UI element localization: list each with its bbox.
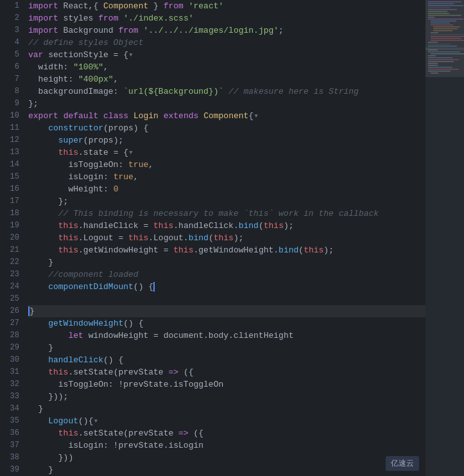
token-plain	[28, 367, 48, 377]
token-plain: ({	[189, 428, 203, 438]
token-plain	[159, 111, 164, 121]
token-kw: let	[68, 331, 83, 340]
token-plain: .Logout =	[78, 233, 128, 243]
code-line: backgroundImage: `url(${Background})` //…	[28, 85, 425, 98]
line-number: 14	[0, 159, 19, 171]
code-line: }	[28, 464, 425, 476]
line-number: 5	[0, 49, 19, 61]
svg-rect-30	[428, 59, 459, 60]
token-method: bind	[239, 221, 259, 231]
svg-rect-37	[431, 73, 438, 74]
code-line	[28, 293, 425, 305]
token-kw: extends	[164, 111, 199, 121]
token-plain: );	[284, 221, 294, 231]
code-line: isLogin: true,	[28, 171, 425, 183]
token-plain: .handleClick.	[173, 221, 238, 231]
line-number: 35	[0, 415, 19, 427]
code-line: var sectionStyle = {▾	[28, 49, 425, 61]
token-plain: styles	[58, 13, 98, 23]
token-plain: () {	[123, 319, 143, 328]
watermark: 亿速云	[386, 456, 419, 471]
code-line: width: "100%",	[28, 61, 425, 73]
line-number: 2	[0, 12, 19, 24]
code-line: // This binding is necessary to make `th…	[28, 207, 425, 220]
code-line: Logout(){▾	[28, 415, 425, 427]
svg-rect-8	[428, 17, 434, 18]
token-plain: (	[209, 233, 214, 243]
minimap-svg	[425, 0, 464, 476]
token-plain	[28, 355, 48, 365]
token-fold: ▾	[253, 111, 259, 121]
token-plain: }));	[28, 392, 68, 401]
svg-rect-32	[428, 63, 438, 64]
code-line: }	[28, 403, 425, 415]
line-number: 7	[0, 73, 19, 85]
token-kw: default	[64, 111, 99, 121]
token-fold: ▾	[93, 416, 98, 426]
line-number: 13	[0, 146, 19, 159]
token-plain: windowHeight = document.body.clientHeigh…	[83, 331, 294, 340]
code-line: }));	[28, 391, 425, 403]
token-plain: .getWindowHeight.	[193, 245, 279, 255]
token-plain: sectionStyle = {	[43, 50, 128, 60]
svg-rect-1	[428, 3, 454, 4]
code-content[interactable]: import React,{ Component } from 'react'i…	[24, 0, 425, 476]
svg-rect-5	[428, 11, 447, 12]
line-number: 29	[0, 342, 19, 354]
token-plain: .setState(prevState	[68, 367, 168, 377]
token-str: "100%"	[73, 62, 103, 72]
code-line: this.setState(prevState => ({	[28, 366, 425, 378]
token-plain	[28, 136, 58, 145]
token-plain: width:	[28, 62, 73, 72]
token-plain	[198, 111, 203, 121]
token-plain	[223, 87, 228, 96]
code-line: isToggleOn: true,	[28, 159, 425, 171]
code-line: };	[28, 195, 425, 207]
token-plain	[28, 123, 48, 133]
token-plain: isToggleOn:	[28, 160, 128, 170]
svg-rect-17	[431, 34, 464, 35]
token-this-kw: this	[58, 428, 78, 438]
token-comment: // makesure here is String	[228, 87, 359, 96]
token-plain: isToggleOn: !prevState.isToggleOn	[28, 380, 223, 389]
token-kw: import	[28, 13, 58, 23]
code-line: isToggleOn: !prevState.isToggleOn	[28, 378, 425, 391]
token-fold: ▾	[128, 50, 133, 60]
line-number: 12	[0, 134, 19, 146]
line-number: 10	[0, 110, 19, 122]
editor-container: 1234567891011121314151617181920212223242…	[0, 0, 464, 476]
text-cursor	[153, 282, 155, 292]
token-plain	[28, 331, 68, 340]
token-kw: from	[118, 26, 138, 35]
token-method: componentDidMount	[48, 282, 133, 292]
line-number: 30	[0, 354, 19, 366]
code-line: import styles from './index.scss'	[28, 12, 425, 24]
code-line: }	[28, 305, 425, 317]
token-plain	[28, 221, 58, 231]
token-plain: (props) {	[103, 123, 148, 133]
code-line: }	[28, 342, 425, 354]
code-line: }))	[28, 452, 425, 464]
code-line: };	[28, 98, 425, 110]
line-number: 1	[0, 0, 19, 12]
code-line: this.setState(prevState => ({	[28, 427, 425, 439]
code-line: this.handleClick = this.handleClick.bind…	[28, 220, 425, 232]
token-plain: ({	[178, 367, 193, 377]
token-plain: }	[28, 404, 43, 414]
token-tmpl: `url(${Background})`	[123, 87, 223, 96]
code-line: componentDidMount() {	[28, 281, 425, 293]
token-kw: import	[28, 26, 58, 35]
token-bool: true	[128, 160, 148, 170]
svg-rect-13	[433, 26, 460, 28]
token-plain: }	[148, 1, 163, 11]
line-number: 37	[0, 439, 19, 452]
token-plain: ,	[114, 75, 119, 84]
token-plain	[28, 428, 58, 438]
svg-rect-22	[428, 44, 451, 45]
token-plain: backgroundImage:	[28, 87, 123, 96]
svg-rect-34	[428, 67, 452, 68]
svg-rect-28	[428, 55, 436, 57]
token-plain: (props);	[83, 136, 123, 145]
token-bool: true	[114, 172, 133, 182]
token-this-kw: this	[128, 233, 148, 243]
